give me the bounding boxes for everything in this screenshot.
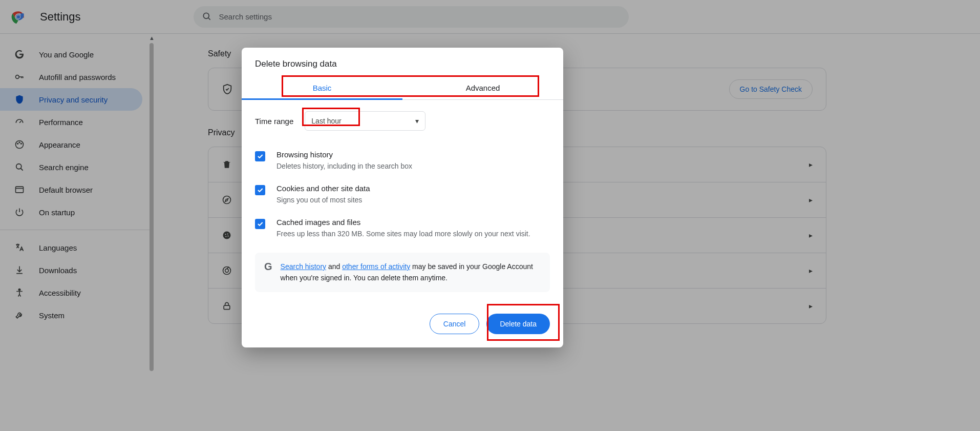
time-range-row: Time range Last hour ▾ bbox=[255, 111, 550, 131]
cancel-button[interactable]: Cancel bbox=[430, 314, 480, 334]
time-range-dropdown[interactable]: Last hour ▾ bbox=[305, 111, 425, 131]
option-desc: Deletes history, including in the search… bbox=[276, 161, 412, 172]
delete-browsing-data-modal: Delete browsing data Basic Advanced Time… bbox=[242, 48, 563, 347]
search-history-link[interactable]: Search history bbox=[281, 262, 326, 271]
google-account-info: G Search history and other forms of acti… bbox=[255, 253, 550, 292]
option-desc: Frees up less than 320 MB. Some sites ma… bbox=[276, 229, 530, 239]
google-g-icon: G bbox=[264, 261, 272, 284]
chevron-down-icon: ▾ bbox=[415, 117, 419, 125]
time-range-value: Last hour bbox=[311, 117, 341, 125]
checkbox-browsing-history[interactable] bbox=[255, 151, 265, 161]
delete-data-button[interactable]: Delete data bbox=[486, 314, 550, 334]
option-cached: Cached images and files Frees up less th… bbox=[255, 212, 550, 245]
modal-tabs: Basic Advanced bbox=[242, 76, 563, 100]
option-title: Cached images and files bbox=[276, 218, 530, 227]
checkbox-cached[interactable] bbox=[255, 219, 265, 229]
option-cookies: Cookies and other site data Signs you ou… bbox=[255, 178, 550, 212]
tab-basic[interactable]: Basic bbox=[242, 76, 402, 99]
option-title: Cookies and other site data bbox=[276, 184, 370, 193]
time-range-label: Time range bbox=[255, 117, 293, 126]
option-title: Browsing history bbox=[276, 150, 412, 159]
modal-title: Delete browsing data bbox=[242, 48, 563, 76]
checkbox-cookies[interactable] bbox=[255, 185, 265, 195]
info-text: Search history and other forms of activi… bbox=[281, 261, 541, 284]
other-activity-link[interactable]: other forms of activity bbox=[342, 262, 410, 271]
option-desc: Signs you out of most sites bbox=[276, 195, 370, 206]
tab-advanced[interactable]: Advanced bbox=[402, 76, 563, 99]
modal-body: Time range Last hour ▾ Browsing history … bbox=[242, 100, 563, 301]
option-browsing-history: Browsing history Deletes history, includ… bbox=[255, 144, 550, 178]
modal-footer: Cancel Delete data bbox=[242, 301, 563, 347]
